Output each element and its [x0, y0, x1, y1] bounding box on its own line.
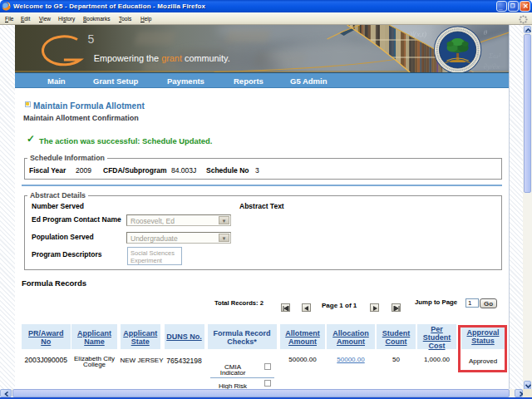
svg-text:θ: θ	[484, 28, 488, 37]
svg-text:5: 5	[88, 33, 95, 47]
svg-text:Empowering the grant community: Empowering the grant community.	[94, 54, 230, 64]
